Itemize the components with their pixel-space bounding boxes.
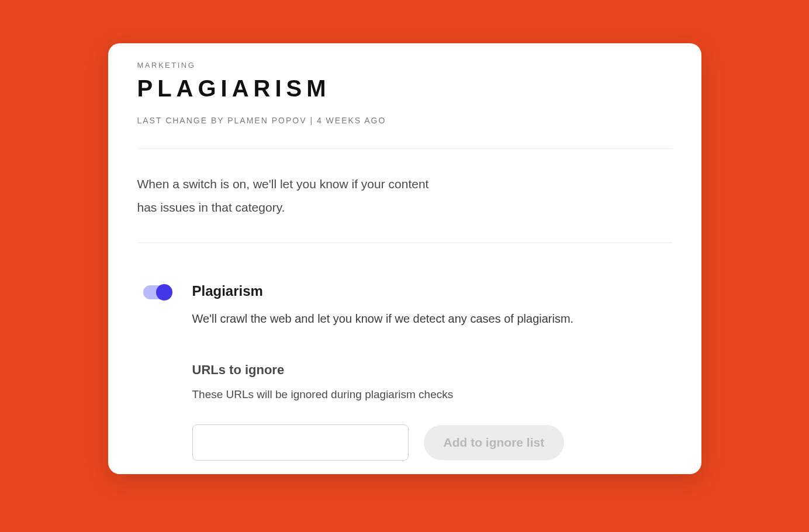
last-change-meta: LAST CHANGE BY PLAMEN POPOV | 4 WEEKS AG… (137, 116, 672, 125)
urls-ignore-description: These URLs will be ignored during plagia… (192, 388, 672, 401)
toggle-knob (156, 284, 172, 300)
intro-description: When a switch is on, we'll let you know … (137, 149, 441, 243)
urls-ignore-title: URLs to ignore (192, 362, 672, 378)
page-title: PLAGIARISM (137, 75, 672, 102)
settings-card: MARKETING PLAGIARISM LAST CHANGE BY PLAM… (108, 43, 701, 474)
breadcrumb: MARKETING (137, 61, 672, 70)
url-input[interactable] (192, 424, 409, 461)
setting-content: Plagiarism We'll crawl the web and let y… (192, 283, 672, 461)
plagiarism-setting: Plagiarism We'll crawl the web and let y… (137, 243, 672, 461)
add-to-ignore-button[interactable]: Add to ignore list (424, 425, 565, 460)
setting-title: Plagiarism (192, 283, 672, 299)
url-input-row: Add to ignore list (192, 424, 672, 461)
setting-description: We'll crawl the web and let you know if … (192, 310, 672, 327)
plagiarism-toggle[interactable] (143, 285, 171, 299)
